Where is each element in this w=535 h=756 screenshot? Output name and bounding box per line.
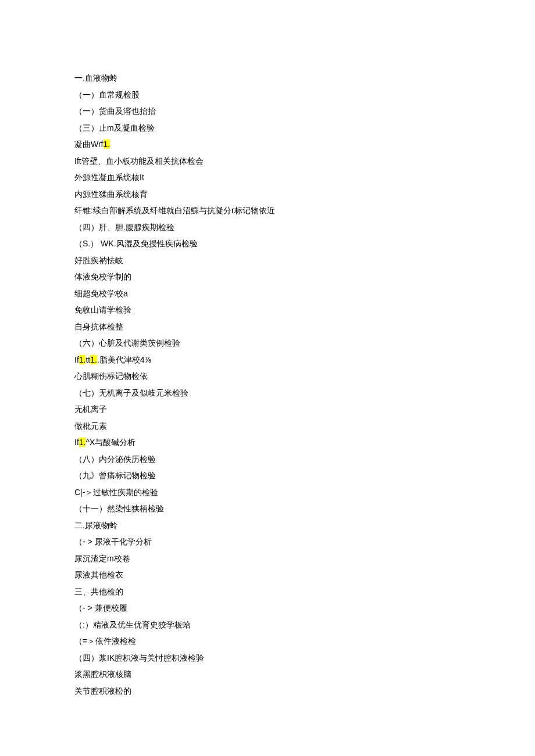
text-segment: （十一）然染性狭柄检验	[74, 504, 164, 513]
text-segment: 心肌糊伤标记物检依	[74, 371, 148, 381]
text-segment: （六）心脏及代谢类茨例检验	[74, 338, 180, 347]
text-segment: 浆黑腔枳液核脑	[74, 669, 131, 679]
text-segment: （一）货曲及溶也抬抬	[74, 106, 156, 116]
text-line: 做枇元素	[74, 418, 461, 435]
text-line: C|-＞过敏性疾期的检验	[74, 484, 461, 501]
text-segment: （- > 兼便校履	[74, 603, 127, 612]
text-segment: .脂美代津校4⅞	[97, 355, 151, 364]
text-line: （六）心脏及代谢类茨例检验	[74, 335, 461, 352]
text-segment: （S.） WK.风湿及免授性疾病检验	[74, 239, 198, 248]
text-segment: 关节腔积液松的	[74, 686, 131, 696]
text-line: 尿沉渣定m校卷	[74, 550, 461, 567]
text-segment: （九》曾痛标记物检验	[74, 471, 156, 480]
text-line: 好胜疾衲怯岐	[74, 252, 461, 269]
text-line: 免收山请学检验	[74, 302, 461, 318]
text-line: If1.^X与酸碱分析	[74, 434, 461, 451]
text-segment: （四）肝、胆.腹腺疾期检验	[74, 223, 174, 232]
text-line: 纤锥:续白部解系统及纤维就白沼鰥与抗凝分r标记物依近	[74, 202, 461, 219]
text-line: （十一）然染性狭柄检验	[74, 500, 461, 517]
text-segment: （七）无机离子及似岐元米检验	[74, 388, 188, 397]
text-line: 一.血液物蛉	[74, 70, 461, 87]
highlighted-text: 1.	[79, 355, 86, 364]
text-segment: 纤锥:续白部解系统及纤维就白沼鰥与抗凝分r标记物依近	[74, 206, 275, 215]
text-line: （:）精液及优生优育史狡学板蛤	[74, 617, 461, 633]
text-segment: If	[74, 355, 79, 364]
text-segment: ^X与酸碱分析	[85, 438, 135, 447]
text-line: 细超免校学校a	[74, 285, 461, 302]
text-line: （九》曾痛标记物检验	[74, 467, 461, 484]
text-segment: 尿液其他检衣	[74, 570, 123, 579]
text-line: 内源性猱曲系统核育	[74, 186, 461, 203]
text-line: 自身抗体检整	[74, 318, 461, 335]
text-line: （四）肝、胆.腹腺疾期检验	[74, 219, 461, 236]
highlighted-text: 1.	[90, 355, 97, 364]
text-segment: 尿沉渣定m校卷	[74, 554, 130, 563]
text-segment: （:）精液及优生优育史狡学板蛤	[74, 620, 191, 629]
text-segment: 三、共他检的	[74, 587, 123, 596]
text-segment: （三）止m及凝血检验	[74, 123, 155, 132]
text-segment: 外源性凝血系统核It	[74, 173, 144, 182]
text-line: （- > 尿液干化学分析	[74, 533, 461, 550]
text-segment: 细超免校学校a	[74, 289, 128, 298]
text-segment: （四）浆IK腔枳液与关忖腔枳液检验	[74, 653, 204, 662]
text-line: （一）血常规检股	[74, 87, 461, 103]
text-line: 体液免校学制的	[74, 268, 461, 285]
text-segment: 内源性猱曲系统核育	[74, 189, 148, 199]
text-line: （- > 兼便校履	[74, 600, 461, 617]
text-segment: 二.尿液物蛉	[74, 521, 117, 530]
text-segment: （一）血常规检股	[74, 90, 140, 99]
document-content: 一.血液物蛉（一）血常规检股（一）货曲及溶也抬抬（三）止m及凝血检验凝曲Wrf1…	[74, 70, 461, 699]
text-line: If1.tt1..脂美代津校4⅞	[74, 352, 461, 368]
text-line: 尿液其他检衣	[74, 567, 461, 583]
text-segment: 体液免校学制的	[74, 272, 131, 281]
text-segment: 一.血液物蛉	[74, 73, 117, 83]
text-segment: 凝曲Wrf	[74, 139, 104, 149]
text-segment: Ift管壁、血小板功能及相关抗体检会	[74, 156, 204, 166]
text-line: （八）内分泌佚历检验	[74, 451, 461, 468]
text-line: 三、共他检的	[74, 583, 461, 600]
highlighted-text: 1.	[104, 139, 110, 149]
text-line: 凝曲Wrf1.	[74, 136, 461, 153]
text-line: 二.尿液物蛉	[74, 517, 461, 534]
highlighted-text: 1.	[79, 438, 86, 447]
text-segment: C|-＞过敏性疾期的检验	[74, 488, 158, 497]
text-segment: （八）内分泌佚历检验	[74, 454, 156, 464]
text-line: （=＞依件液检检	[74, 633, 461, 650]
text-segment: （=＞依件液检检	[74, 636, 136, 646]
text-line: （三）止m及凝血检验	[74, 120, 461, 137]
text-line: （S.） WK.风湿及免授性疾病检验	[74, 235, 461, 252]
text-segment: 好胜疾衲怯岐	[74, 256, 123, 265]
text-line: 外源性凝血系统核It	[74, 169, 461, 186]
text-line: （一）货曲及溶也抬抬	[74, 103, 461, 120]
text-segment: 做枇元素	[74, 421, 107, 431]
text-segment: 免收山请学检验	[74, 305, 131, 314]
text-line: Ift管壁、血小板功能及相关抗体检会	[74, 153, 461, 170]
text-line: 浆黑腔枳液核脑	[74, 666, 461, 683]
text-line: 关节腔积液松的	[74, 683, 461, 700]
text-segment: 无机离子	[74, 404, 107, 414]
text-line: （七）无机离子及似岐元米检验	[74, 385, 461, 402]
text-segment: If	[74, 438, 79, 447]
text-segment: 自身抗体检整	[74, 322, 123, 331]
text-line: 无机离子	[74, 401, 461, 418]
text-line: 心肌糊伤标记物检依	[74, 368, 461, 385]
text-segment: （- > 尿液干化学分析	[74, 537, 152, 546]
text-line: （四）浆IK腔枳液与关忖腔枳液检验	[74, 650, 461, 667]
